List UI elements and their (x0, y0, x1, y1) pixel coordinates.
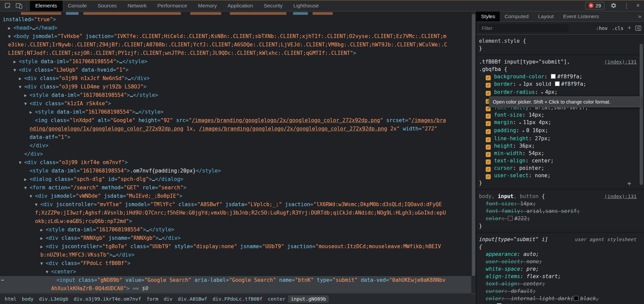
breadcrumb-item[interactable]: div.L3eUgb (36, 295, 71, 303)
css-property[interactable]: ✓font-size: 14px; (479, 111, 641, 119)
rule-selector[interactable]: element.style { (479, 37, 641, 45)
more-options-kebab-icon[interactable]: ⋮ (622, 2, 631, 9)
dom-row[interactable]: ▼<div jscontroller="mvYTse" jsmodel="TMl… (0, 200, 471, 209)
css-property[interactable]: ✓line-height: 27px; (479, 135, 641, 142)
dom-row[interactable]: ▼<form action="/search" method="GET" rol… (0, 184, 471, 192)
settings-gear-icon[interactable] (608, 1, 619, 10)
property-checkbox[interactable]: ✓ (486, 174, 491, 179)
dom-scrollbar[interactable] (471, 11, 476, 293)
dom-scrollbar-thumb[interactable] (472, 14, 475, 276)
expand-arrow-icon[interactable]: ▼ (24, 184, 30, 192)
css-property[interactable]: align-items: flex-start; (479, 273, 641, 280)
expand-arrow-icon[interactable]: ▼ (30, 192, 35, 200)
css-property[interactable]: ✓border-radius: ▸4px; (479, 88, 641, 97)
dom-row[interactable]: b:nUZ9le;YMFC3:VKssTb">…</div> (0, 251, 471, 259)
expand-arrow-icon[interactable]: ▶ (40, 226, 46, 234)
property-checkbox[interactable]: ✓ (486, 167, 491, 172)
styles-tab-computed[interactable]: Computed (500, 11, 533, 22)
toggle-class-button[interactable]: .cls (612, 26, 623, 31)
dom-row[interactable]: ▶<dialog class="spch-dlg" id="spch-dlg">… (0, 175, 471, 184)
styles-tab-layout[interactable]: Layout (533, 11, 559, 22)
css-property[interactable]: ✓border: ▸1px solid #f8f9fa; (479, 80, 641, 88)
css-property[interactable]: ✓text-align: center; (479, 157, 641, 164)
more-tabs-icon[interactable]: » (638, 11, 641, 22)
rule-selector[interactable]: user agent stylesheetinput[type="submit"… (479, 236, 641, 243)
device-toolbar-icon[interactable] (13, 1, 25, 10)
dom-row[interactable]: ▼<div class="FPdoLc tfB0Bf"> (0, 259, 471, 268)
color-swatch[interactable] (555, 81, 560, 86)
css-property[interactable]: appearance: auto; (479, 251, 641, 258)
expand-arrow-icon[interactable]: ▼ (19, 83, 24, 91)
breadcrumb-item[interactable]: form (144, 295, 161, 303)
dom-row[interactable]: ▶<style data-iml="1617068198554">…</styl… (0, 91, 471, 100)
dom-row[interactable]: ▶<div class="o3j99 n1xJcf Ne6nSd">…</div… (0, 74, 471, 83)
css-property[interactable]: ✓padding: ▸0 16px; (479, 127, 641, 135)
tab-elements[interactable]: Elements (30, 0, 63, 11)
css-property[interactable]: user-select: none; (479, 258, 641, 265)
tab-network[interactable]: Network (122, 0, 152, 11)
stylesheet-source-link[interactable]: (index):131 (604, 193, 637, 200)
dom-row[interactable]: ▼<div class="k1zIA rSk4se"> (0, 100, 471, 108)
property-checkbox[interactable]: ✓ (486, 75, 491, 80)
tab-performance[interactable]: Performance (152, 0, 193, 11)
dom-row[interactable]: <img class="lnXdpd" alt="Google" height=… (0, 116, 471, 125)
tab-security[interactable]: Security (258, 0, 288, 11)
stylesheet-source-link[interactable]: (index):131 (604, 58, 637, 66)
breadcrumb-item[interactable]: center (265, 295, 288, 303)
tab-memory[interactable]: Memory (193, 0, 222, 11)
console-errors-badge[interactable]: × 29 (585, 2, 604, 9)
expand-arrow-icon[interactable]: ▼ (40, 259, 46, 268)
property-checkbox[interactable]: ✓ (486, 152, 491, 157)
tab-console[interactable]: Console (63, 0, 92, 11)
expand-arrow-icon[interactable]: ▶ (40, 234, 46, 242)
dom-row[interactable]: </div> (0, 150, 471, 158)
styles-filter-input[interactable] (479, 24, 568, 32)
styles-tab-event-listeners[interactable]: Event Listeners (558, 11, 604, 22)
expand-shorthand-icon[interactable]: ▸ (541, 90, 544, 95)
styles-scrollbar[interactable] (640, 22, 643, 304)
color-swatch[interactable] (574, 296, 578, 301)
expand-arrow-icon[interactable]: ▶ (24, 175, 30, 184)
breadcrumb-item[interactable]: div.A8SBwf (175, 295, 210, 303)
css-property[interactable]: ✓cursor: pointer; (479, 164, 641, 172)
dom-row[interactable]: okb;zLdLw:eaGBS;rcuQ6b:npT2md"> (0, 217, 471, 226)
breadcrumb-item[interactable]: div.o3j99.ikrT4e.om7nvf (71, 295, 144, 303)
property-checkbox[interactable]: ✓ (486, 129, 491, 134)
css-property[interactable]: ✓background-color: #f8f9fa; (479, 73, 641, 80)
color-swatch[interactable] (508, 216, 513, 221)
dom-row[interactable]: e3ike:.CLIENT;IrNywb:.CLIENT;Z94jBf:.CLI… (0, 41, 471, 49)
expand-arrow-icon[interactable]: ▶ (8, 24, 13, 32)
expand-shorthand-icon[interactable]: ▸ (520, 121, 522, 125)
expand-arrow-icon[interactable]: ▼ (35, 200, 40, 209)
dom-row[interactable]: ▶<style data-iml="1617068198554">…</styl… (0, 58, 471, 66)
expand-arrow-icon[interactable]: ▼ (24, 100, 30, 108)
styles-scrollbar-thumb[interactable] (640, 44, 643, 185)
new-style-rule-button[interactable]: + (627, 179, 631, 187)
tab-lighthouse[interactable]: Lighthouse (288, 0, 324, 11)
css-property[interactable]: white-space: pre; (479, 265, 641, 273)
rule-selector[interactable]: (index):131.tfB0Bf input[type="submit"], (479, 58, 641, 66)
row-actions-icon[interactable]: ⋯ (1, 276, 4, 284)
expand-arrow-icon[interactable]: ▶ (24, 91, 30, 100)
breadcrumb-item[interactable]: body (19, 295, 36, 303)
css-property[interactable]: font-family: arial,sans-serif; (479, 207, 641, 215)
close-devtools-icon[interactable]: × (634, 2, 642, 9)
css-property[interactable]: white); (479, 302, 641, 304)
dom-row[interactable]: ▼<div class="o3j99 LLD4me yr19Zb LS8OJ"> (0, 83, 471, 91)
dom-row[interactable]: ▶<style data-iml="1617068198554">…</styl… (0, 108, 471, 116)
property-checkbox[interactable]: ✓ (486, 121, 491, 126)
breadcrumb-item[interactable]: html (2, 295, 19, 303)
expand-arrow-icon[interactable]: ▶ (13, 58, 19, 66)
dom-row[interactable]: ▼<div class="L3eUgb" data-hveid="1"> (0, 66, 471, 74)
dom-row[interactable]: ▶<head>…</head> (0, 24, 471, 32)
rule-selector[interactable]: .gbqfba { (479, 66, 641, 73)
css-property[interactable]: ✓user-select: none; (479, 172, 641, 179)
new-style-rule-icon[interactable]: + (628, 24, 631, 32)
property-checkbox[interactable]: ✓ (486, 91, 491, 96)
css-property[interactable]: ✓min-width: 54px; (479, 150, 641, 157)
dom-row[interactable]: ▼<body jsmodel="TvHxbe" jsaction="IVKTfe… (0, 32, 471, 41)
dom-row[interactable]: ▼<div jsmodel="vWNDde" jsdata="MuIEvd;_;… (0, 192, 471, 200)
breadcrumb-item[interactable]: div.FPdoLc.tfB0Bf (210, 295, 265, 303)
dom-row[interactable]: data-atf="1"> (0, 133, 471, 142)
expand-arrow-icon[interactable]: ▶ (40, 242, 46, 251)
